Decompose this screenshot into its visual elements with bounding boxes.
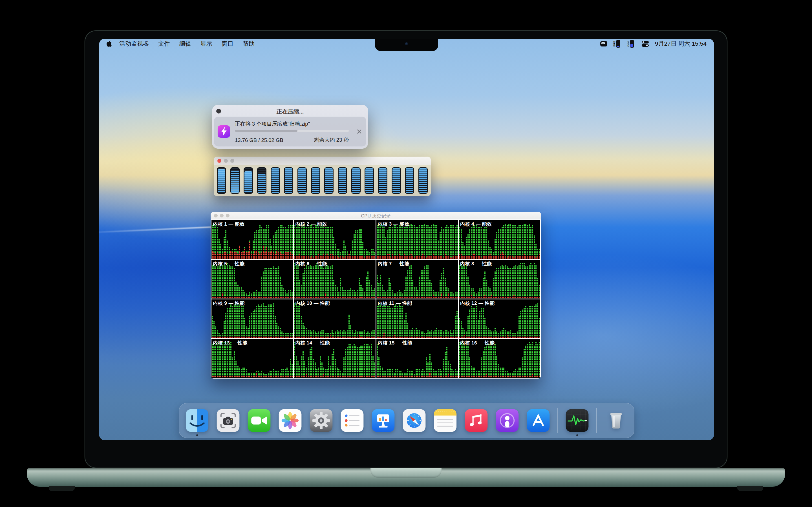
dock-item-facetime[interactable] (247, 409, 271, 432)
minimize-traffic-light[interactable] (224, 159, 228, 163)
macbook-mockup: 活动监视器 文件编辑显示窗口帮助 MEM SSD 9月27日 周六 15:54 … (0, 0, 812, 507)
dock-item-keynote[interactable] (371, 409, 395, 432)
ssd-gauge[interactable]: SSD (627, 40, 634, 48)
display-notch (375, 39, 438, 51)
archive-utility-icon (217, 125, 231, 138)
core-usage-bars (294, 262, 375, 298)
cpu-history-panel-9: 内核 9 — 性能 (211, 299, 293, 338)
dock-item-screenshot[interactable] (216, 409, 240, 432)
desktop: 活动监视器 文件编辑显示窗口帮助 MEM SSD 9月27日 周六 15:54 … (99, 39, 714, 440)
ssd-level-bar (630, 40, 634, 48)
cpu-core-meter-11 (351, 167, 361, 194)
dock-item-podcasts[interactable] (495, 409, 519, 432)
cpu-history-panel-15: 内核 15 — 性能 (376, 339, 458, 378)
core-usage-bars (459, 301, 540, 338)
cpu-meter-titlebar[interactable] (214, 157, 431, 165)
cpu-history-panel-3: 内核 3 — 能效 (376, 220, 458, 259)
lid-scoop (370, 468, 442, 478)
cpu-core-meter-1 (217, 167, 226, 194)
display-status-icon[interactable] (600, 41, 608, 47)
compression-panel: 正在将 3 个项目压缩成"归档.zip" 13.76 GB / 25.02 GB… (214, 117, 366, 147)
settings-icon (309, 409, 333, 432)
meter-fill (312, 168, 319, 193)
dock-item-settings[interactable] (309, 409, 333, 432)
dock-item-finder[interactable] (185, 409, 209, 432)
apple-menu-icon[interactable] (107, 41, 112, 47)
cpu-history-panel-10: 内核 10 — 性能 (294, 299, 375, 338)
menu-item-编辑[interactable]: 编辑 (179, 40, 191, 48)
cpu-core-meter-16 (418, 167, 428, 194)
dock-item-activity-monitor[interactable] (565, 409, 589, 432)
core-label: 内核 16 — 性能 (460, 340, 495, 346)
cpu-history-panel-16: 内核 16 — 性能 (459, 339, 540, 378)
menu-item-窗口[interactable]: 窗口 (221, 40, 234, 48)
core-usage-bars (212, 262, 293, 298)
dock (179, 403, 635, 438)
core-label: 内核 10 — 性能 (295, 300, 330, 306)
memory-gauge[interactable]: MEM (613, 40, 620, 48)
meter-fill (245, 171, 252, 193)
finder-icon (185, 409, 209, 432)
cpu-history-panel-11: 内核 11 — 性能 (376, 299, 458, 338)
menu-item-帮助[interactable]: 帮助 (243, 40, 255, 48)
cpu-core-meter-2 (231, 167, 240, 194)
cpu-history-grid: 内核 1 — 能效内核 2 — 能效内核 3 — 能效内核 4 — 能效内核 5… (211, 220, 540, 378)
cpu-history-titlebar[interactable]: CPU 历史记录 (211, 212, 541, 219)
core-label: 内核 11 — 性能 (378, 300, 412, 306)
core-usage-bars (212, 222, 293, 259)
core-label: 内核 13 — 性能 (213, 340, 248, 346)
zoom-traffic-light[interactable] (231, 159, 234, 163)
meter-fill (271, 168, 279, 193)
cpu-history-window[interactable]: CPU 历史记录 内核 1 — 能效内核 2 — 能效内核 3 — 能效内核 4… (211, 212, 541, 379)
compression-window-title: 正在压缩... (212, 108, 368, 115)
meter-fill (365, 168, 373, 193)
cpu-meter-window[interactable] (214, 157, 431, 196)
keynote-icon (371, 409, 395, 432)
reminders-icon (340, 409, 364, 432)
cpu-history-panel-4: 内核 4 — 能效 (459, 220, 540, 259)
app-store-icon (526, 409, 550, 432)
dock-item-reminders[interactable] (340, 409, 364, 432)
dock-item-notes[interactable] (434, 409, 457, 432)
close-traffic-light[interactable] (217, 159, 221, 163)
meter-fill (231, 171, 239, 193)
ssd-level-fill (630, 44, 633, 47)
compression-window[interactable]: 正在压缩... 正在将 3 个项目压缩成"归档.zip" 13.76 GB / … (212, 105, 368, 149)
menu-item-显示[interactable]: 显示 (200, 40, 212, 48)
menu-app-name[interactable]: 活动监视器 (119, 40, 149, 48)
cpu-core-meter-14 (392, 167, 401, 194)
cancel-compression-button[interactable] (356, 128, 362, 135)
cpu-history-panel-14: 内核 14 — 性能 (294, 339, 375, 378)
meter-fill (379, 168, 387, 193)
dock-item-trash[interactable] (604, 409, 628, 432)
cpu-history-title: CPU 历史记录 (211, 213, 541, 219)
right-foot (737, 486, 763, 491)
dock-item-photos[interactable] (278, 409, 302, 432)
core-label: 内核 2 — 能效 (295, 221, 327, 227)
cpu-core-meter-6 (284, 167, 293, 194)
running-indicator (576, 434, 578, 436)
core-label: 内核 6 — 性能 (295, 261, 327, 267)
core-usage-bars (212, 341, 293, 378)
dock-item-app-store[interactable] (526, 409, 550, 432)
cpu-history-panel-13: 内核 13 — 性能 (211, 339, 293, 378)
cpu-history-panel-5: 内核 5 — 性能 (211, 260, 293, 299)
core-label: 内核 1 — 能效 (213, 221, 245, 227)
mem-level-bar (616, 40, 620, 48)
menu-item-文件[interactable]: 文件 (158, 40, 170, 48)
meter-fill (393, 168, 400, 193)
dock-item-safari[interactable] (402, 409, 426, 432)
dock-item-music[interactable] (464, 409, 488, 432)
music-icon (464, 409, 488, 432)
control-center-icon[interactable] (642, 41, 649, 47)
core-usage-bars (459, 262, 540, 298)
facetime-icon (247, 409, 271, 432)
menu-bar-clock[interactable]: 9月27日 周六 15:54 (655, 40, 707, 48)
cpu-history-panel-12: 内核 12 — 性能 (459, 299, 540, 338)
running-indicator (196, 434, 198, 436)
core-label: 内核 12 — 性能 (460, 300, 495, 306)
cpu-core-meter-4 (257, 167, 266, 194)
core-label: 内核 9 — 性能 (213, 300, 245, 306)
podcasts-icon (495, 409, 519, 432)
core-usage-bars (377, 341, 458, 378)
